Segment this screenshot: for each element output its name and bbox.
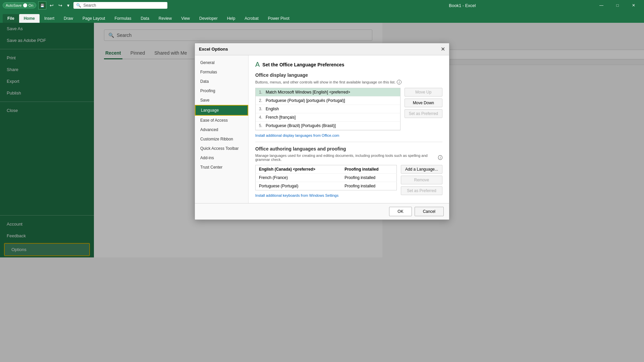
lang-item-3[interactable]: 4. French [français] bbox=[256, 113, 400, 122]
cancel-btn[interactable]: Cancel bbox=[415, 207, 444, 216]
quick-access-more[interactable]: ▾ bbox=[66, 2, 71, 9]
authoring-proofing-1: Proofing installed bbox=[341, 174, 396, 182]
display-lang-btns: Move Up Move Down Set as Preferred bbox=[405, 88, 442, 138]
lang-item-1[interactable]: 2. Portuguese (Portugal) [português (Por… bbox=[256, 97, 400, 105]
tab-data[interactable]: Data bbox=[136, 14, 154, 23]
display-language-list: 1. Match Microsoft Windows [English] <pr… bbox=[255, 88, 400, 130]
dialog-title: Excel Options bbox=[199, 47, 228, 52]
display-lang-title: Office display language bbox=[255, 72, 442, 78]
title-bar: AutoSave On 💾 ↩ ↪ ▾ 🔍 Search Book1 - Exc… bbox=[0, 0, 644, 11]
tab-formulas[interactable]: Formulas bbox=[110, 14, 136, 23]
nav-quick-access[interactable]: Quick Access Toolbar bbox=[195, 144, 248, 153]
lang-name-3: French [français] bbox=[266, 115, 296, 120]
add-language-btn[interactable]: Add a Language... bbox=[401, 165, 442, 174]
authoring-proofing-2: Proofing installed bbox=[341, 182, 396, 190]
window-controls: — □ ✕ bbox=[594, 0, 641, 11]
close-btn[interactable]: ✕ bbox=[626, 0, 641, 11]
nav-proofing[interactable]: Proofing bbox=[195, 86, 248, 96]
lang-num-1: 2. bbox=[259, 98, 266, 103]
lang-item-2[interactable]: 3. English bbox=[256, 105, 400, 113]
dialog-content: A Set the Office Language Preferences Of… bbox=[249, 55, 449, 203]
authoring-row-1[interactable]: French (France) Proofing installed bbox=[256, 174, 397, 182]
authoring-lang-desc: Manage languages used for creating and e… bbox=[255, 154, 442, 162]
nav-customize-ribbon[interactable]: Customize Ribbon bbox=[195, 134, 248, 144]
lang-num-4: 5. bbox=[259, 123, 266, 128]
ok-btn[interactable]: OK bbox=[389, 207, 412, 216]
language-icon: A bbox=[255, 61, 260, 68]
workbook-title: Book1 - Excel bbox=[334, 3, 591, 8]
dialog-close-btn[interactable]: ✕ bbox=[441, 46, 445, 52]
move-up-btn[interactable]: Move Up bbox=[405, 88, 442, 97]
excel-options-dialog: Excel Options ✕ General Formulas Data Pr… bbox=[195, 43, 449, 220]
lang-name-1: Portuguese (Portugal) [português (Portug… bbox=[266, 98, 345, 103]
display-lang-desc: Buttons, menus, and other controls will … bbox=[255, 80, 442, 84]
tab-home[interactable]: Home bbox=[19, 14, 40, 23]
lang-item-4[interactable]: 5. Portuguese (Brazil) [Português (Brasi… bbox=[256, 122, 400, 130]
lang-item-0[interactable]: 1. Match Microsoft Windows [English] <pr… bbox=[256, 88, 400, 97]
tab-draw[interactable]: Draw bbox=[59, 14, 78, 23]
autosave-label: AutoSave bbox=[6, 3, 22, 7]
authoring-lang-btns: Add a Language... Remove Set as Preferre… bbox=[401, 165, 442, 198]
dialog-overlay: Excel Options ✕ General Formulas Data Pr… bbox=[0, 23, 644, 362]
info-icon-2: i bbox=[438, 155, 442, 160]
tab-power-pivot[interactable]: Power Pivot bbox=[263, 14, 294, 23]
nav-advanced[interactable]: Advanced bbox=[195, 125, 248, 134]
app-title: 🔍 Search bbox=[73, 2, 331, 9]
nav-data[interactable]: Data bbox=[195, 77, 248, 86]
minimize-btn[interactable]: — bbox=[594, 0, 609, 11]
tab-file[interactable]: File bbox=[3, 14, 19, 23]
redo-btn[interactable]: ↪ bbox=[57, 2, 64, 9]
authoring-lang-title: Office authoring languages and proofing bbox=[255, 146, 442, 152]
nav-save[interactable]: Save bbox=[195, 96, 248, 105]
tab-view[interactable]: View bbox=[176, 14, 195, 23]
nav-formulas[interactable]: Formulas bbox=[195, 67, 248, 77]
dialog-body: General Formulas Data Proofing Save Lang… bbox=[195, 55, 449, 203]
tab-help[interactable]: Help bbox=[222, 14, 240, 23]
autosave-dot bbox=[23, 3, 27, 7]
title-bar-left: AutoSave On 💾 ↩ ↪ ▾ bbox=[3, 1, 71, 9]
move-down-btn[interactable]: Move Down bbox=[405, 99, 442, 107]
set-preferred-authoring-btn[interactable]: Set as Preferred bbox=[401, 186, 442, 195]
authoring-row-2[interactable]: Portuguese (Portugal) Proofing installed bbox=[256, 182, 397, 190]
dialog-footer: OK Cancel bbox=[195, 203, 449, 220]
lang-name-2: English bbox=[266, 107, 279, 111]
nav-trust-center[interactable]: Trust Center bbox=[195, 163, 248, 172]
authoring-row-0[interactable]: English (Canada) <preferred> Proofing in… bbox=[256, 165, 397, 174]
display-lang-section: 1. Match Microsoft Windows [English] <pr… bbox=[255, 88, 442, 138]
undo-btn[interactable]: ↩ bbox=[48, 2, 55, 9]
nav-general[interactable]: General bbox=[195, 58, 248, 67]
tab-acrobat[interactable]: Acrobat bbox=[240, 14, 263, 23]
authoring-lang-section: English (Canada) <preferred> Proofing in… bbox=[255, 165, 442, 198]
dialog-sidebar: General Formulas Data Proofing Save Lang… bbox=[195, 55, 249, 203]
maximize-btn[interactable]: □ bbox=[610, 0, 625, 11]
authoring-lang-name-0: English (Canada) <preferred> bbox=[256, 165, 341, 174]
autosave-toggle[interactable]: AutoSave On bbox=[3, 2, 36, 8]
tab-review[interactable]: Review bbox=[154, 14, 176, 23]
authoring-lang-name-1: French (France) bbox=[256, 174, 341, 182]
tab-page-layout[interactable]: Page Layout bbox=[78, 14, 110, 23]
install-display-lang-link[interactable]: Install additional display languages fro… bbox=[255, 133, 339, 137]
dialog-titlebar: Excel Options ✕ bbox=[195, 43, 449, 55]
tab-insert[interactable]: Insert bbox=[40, 14, 59, 23]
display-lang-list: 1. Match Microsoft Windows [English] <pr… bbox=[255, 88, 400, 138]
remove-btn[interactable]: Remove bbox=[401, 176, 442, 184]
authoring-language-table: English (Canada) <preferred> Proofing in… bbox=[255, 165, 397, 190]
lang-num-2: 3. bbox=[259, 107, 266, 111]
section-divider bbox=[255, 142, 442, 142]
authoring-lang-list: English (Canada) <preferred> Proofing in… bbox=[255, 165, 397, 198]
ribbon-tabs: File Home Insert Draw Page Layout Formul… bbox=[0, 11, 644, 23]
tab-developer[interactable]: Developer bbox=[195, 14, 222, 23]
lang-name-0: Match Microsoft Windows [English] <prefe… bbox=[266, 90, 350, 95]
dialog-content-title: Set the Office Language Preferences bbox=[262, 62, 344, 67]
set-preferred-display-btn[interactable]: Set as Preferred bbox=[405, 109, 442, 118]
nav-add-ins[interactable]: Add-ins bbox=[195, 153, 248, 163]
lang-name-4: Portuguese (Brazil) [Português (Brasil)] bbox=[266, 123, 336, 128]
nav-ease-of-access[interactable]: Ease of Access bbox=[195, 116, 248, 125]
dialog-header: A Set the Office Language Preferences bbox=[255, 61, 442, 68]
install-keyboard-link[interactable]: Install additional keyboards from Window… bbox=[255, 193, 338, 197]
info-icon-1: i bbox=[397, 80, 401, 84]
authoring-lang-name-2: Portuguese (Portugal) bbox=[256, 182, 341, 190]
nav-language[interactable]: Language bbox=[195, 105, 248, 116]
title-search-box[interactable]: 🔍 Search bbox=[73, 2, 167, 9]
save-icon[interactable]: 💾 bbox=[38, 1, 46, 9]
